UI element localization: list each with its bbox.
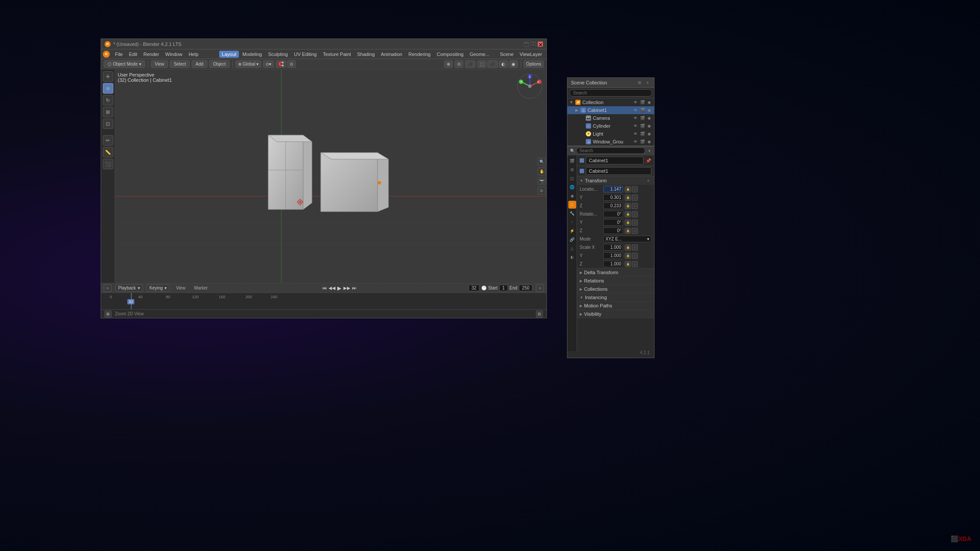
toolbar-separator-3	[521, 61, 521, 68]
title-bar-left: B * (Unsaved) - Blender 4.2.1 LTS	[105, 41, 182, 47]
viewport-grid-btn[interactable]: ⊞	[538, 187, 546, 195]
scene-selector[interactable]: Scene	[497, 51, 516, 58]
measure-tool[interactable]: 📏	[103, 147, 113, 157]
jump-end-btn[interactable]: ⏭	[351, 285, 357, 291]
workspace-compositing[interactable]: Compositing	[434, 51, 466, 58]
wireframe-mode[interactable]: ⬚	[477, 60, 486, 68]
xray-toggle[interactable]: ⬛	[465, 60, 476, 68]
playback-menu[interactable]: Playback ▾	[115, 284, 143, 292]
workspace-shading[interactable]: Shading	[354, 51, 377, 58]
workspace-layout[interactable]: Layout	[219, 51, 239, 58]
start-frame-field[interactable]: 1	[499, 285, 508, 291]
blender-window: B * (Unsaved) - Blender 4.2.1 LTS ─ □ ✕ …	[101, 38, 547, 318]
scale-tool[interactable]: ⊞	[103, 107, 113, 117]
svg-text:Y: Y	[520, 80, 522, 84]
zoom-label: Zoom 2D View	[115, 311, 144, 316]
add-object-tool[interactable]: ⬛	[103, 159, 113, 169]
workspace-geometry[interactable]: Geome...	[467, 51, 492, 58]
timeline-collapse-btn[interactable]: ⊟	[536, 310, 543, 317]
orientation-selector[interactable]: ⊕ Global ▾	[235, 60, 261, 68]
selection-dot	[378, 181, 381, 185]
svg-marker-21	[321, 153, 388, 159]
jump-start-btn[interactable]: ⏮	[322, 285, 328, 291]
menu-window[interactable]: Window	[163, 51, 185, 58]
playback-controls: ⏮ ◀◀ ▶ ▶▶ ⏭	[322, 285, 357, 291]
workspace-animation[interactable]: Animation	[378, 51, 405, 58]
svg-text:Z: Z	[529, 75, 531, 78]
cursor-tool[interactable]: ✛	[103, 71, 113, 82]
menu-edit[interactable]: Edit	[126, 51, 140, 58]
rotate-tool[interactable]: ↻	[103, 95, 113, 105]
material-mode[interactable]: ◐	[499, 60, 508, 68]
pivot-selector[interactable]: ⊙▾	[263, 60, 274, 68]
workspace-sculpting[interactable]: Sculpting	[266, 51, 290, 58]
gizmo-svg: X Y Z	[517, 73, 543, 99]
viewport-camera-btn[interactable]: 📷	[538, 177, 546, 185]
workspace-texture-paint[interactable]: Texture Paint	[320, 51, 354, 58]
object-menu[interactable]: Object	[209, 60, 230, 68]
frame-80: 80	[166, 295, 170, 299]
keying-label: Keying	[150, 286, 163, 290]
overlay-toggle[interactable]: ⊙	[455, 60, 463, 68]
cabinet-right-svg	[316, 146, 395, 216]
maximize-button[interactable]: □	[531, 42, 536, 47]
orientation-label: Global	[242, 62, 255, 66]
add-menu[interactable]: Add	[192, 60, 207, 68]
timeline-options-btn[interactable]: ≡	[536, 284, 544, 292]
frame-clock-icon: 🕐	[481, 286, 486, 290]
keying-menu[interactable]: Keying ▾	[147, 284, 170, 292]
svg-marker-17	[303, 135, 312, 209]
viewport-3d[interactable]: User Perspective (32) Collection | Cabin…	[115, 70, 546, 283]
timeline-ruler[interactable]: 0 40 80 120 160 200 240 32 ⊞ Zoom 2D Vie…	[101, 293, 546, 318]
snap-button[interactable]: 🧲	[276, 60, 286, 68]
frame-240: 240	[271, 295, 277, 299]
current-frame-field[interactable]: 32	[469, 285, 480, 291]
solid-mode[interactable]: ⬛	[487, 60, 498, 68]
prev-frame-btn[interactable]: ◀◀	[329, 285, 335, 291]
transform-tool[interactable]: ⊡	[103, 119, 113, 129]
select-menu[interactable]: Select	[170, 60, 190, 68]
view-menu[interactable]: View	[151, 60, 168, 68]
next-frame-btn[interactable]: ▶▶	[344, 285, 350, 291]
viewlayer-selector[interactable]: ViewLayer	[517, 51, 545, 58]
view-menu-timeline[interactable]: View	[173, 285, 188, 291]
minimize-button[interactable]: ─	[524, 42, 529, 47]
close-button[interactable]: ✕	[538, 42, 543, 47]
menu-file[interactable]: File	[112, 51, 126, 58]
keying-dropdown-icon: ▾	[164, 286, 167, 290]
menu-help[interactable]: Help	[186, 51, 201, 58]
workspace-uv-editing[interactable]: UV Editing	[291, 51, 319, 58]
title-bar-controls: ─ □ ✕	[524, 42, 543, 47]
marker-menu[interactable]: Marker	[192, 285, 210, 291]
rendered-mode[interactable]: ◉	[509, 60, 518, 68]
options-button[interactable]: Options	[524, 60, 544, 68]
frame-info: 32 🕐 Start 1 End 250	[469, 285, 532, 291]
move-tool[interactable]: ⊕	[103, 83, 113, 94]
svg-point-37	[528, 84, 532, 88]
workspace-rendering[interactable]: Rendering	[406, 51, 433, 58]
viewport-side-buttons: 🔍 ✋ 📷 ⊞	[538, 158, 546, 195]
orientation-dropdown: ▾	[256, 62, 259, 66]
start-label: Start	[488, 286, 497, 290]
mode-label: Object Mode	[113, 62, 138, 66]
window-title: * (Unsaved) - Blender 4.2.1 LTS	[113, 42, 182, 47]
proportional-edit[interactable]: ⊙	[287, 60, 296, 68]
mode-selector[interactable]: ⬡ Object Mode ▾	[104, 60, 145, 68]
play-btn[interactable]: ▶	[336, 285, 343, 291]
nav-gizmo: X Y Z	[517, 73, 543, 99]
viewport-hand-btn[interactable]: ✋	[538, 167, 546, 175]
menu-render[interactable]: Render	[141, 51, 162, 58]
left-toolbox: ✛ ⊕ ↻ ⊞ ⊡ ✏ 📏 ⬛	[101, 70, 115, 283]
timeline-expand-btn[interactable]: ⊞	[105, 310, 112, 317]
timeline-menu-icon[interactable]: ≡	[104, 284, 112, 292]
frame-160: 160	[219, 295, 225, 299]
viewport-zoom-btn[interactable]: 🔍	[538, 158, 546, 166]
workspace-modeling[interactable]: Modeling	[240, 51, 265, 58]
end-frame-field[interactable]: 250	[519, 285, 532, 291]
viewport-shading: ⬚ ⬛ ◐ ◉	[477, 60, 518, 68]
gizmo-toggle[interactable]: ⊕	[444, 60, 453, 68]
cabinet-right-object	[316, 146, 395, 217]
timeline-status-bar: ⊞ Zoom 2D View ⊟	[101, 309, 546, 318]
mode-icon: ⬡	[108, 62, 112, 66]
annotate-tool[interactable]: ✏	[103, 135, 113, 146]
